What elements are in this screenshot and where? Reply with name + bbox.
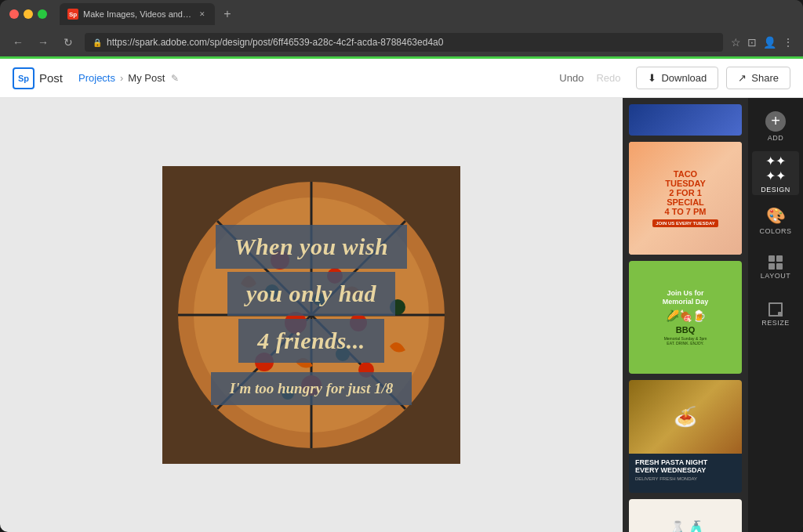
- app-logo: Sp Post: [13, 67, 63, 89]
- profile-icon[interactable]: 👤: [763, 36, 776, 49]
- breadcrumb-edit-icon[interactable]: ✎: [171, 73, 179, 84]
- colors-label: COLORS: [759, 227, 791, 235]
- breadcrumb-current-page: My Post: [128, 72, 165, 84]
- tool-design[interactable]: ✦✦✦✦ DESIGN: [752, 151, 799, 195]
- template-card-taco[interactable]: TACOTUESDAY2 FOR 1SPECIAL4 TO 7 PM JOIN …: [629, 142, 742, 255]
- bbq-title: Join Us forMemorial Day: [663, 289, 709, 306]
- share-icon: ↗: [738, 72, 747, 84]
- post-design[interactable]: When you wish you only had 4 friends... …: [162, 166, 460, 464]
- tool-add[interactable]: + ADD: [752, 104, 799, 148]
- add-label: ADD: [768, 134, 784, 142]
- app-name: Post: [39, 71, 63, 85]
- share-label: Share: [751, 72, 779, 84]
- template-card-top-partial[interactable]: [629, 104, 742, 136]
- refresh-button[interactable]: ↻: [60, 34, 77, 51]
- pasta-title: FRESH PASTA NIGHTEVERY WEDNESDAY: [635, 458, 736, 476]
- tool-colors[interactable]: 🎨 COLORS: [752, 198, 799, 242]
- minimize-button[interactable]: [24, 9, 33, 19]
- design-label: DESIGN: [761, 186, 790, 194]
- breadcrumb: Projects › My Post ✎: [78, 72, 179, 84]
- templates-sidebar: TACOTUESDAY2 FOR 1SPECIAL4 TO 7 PM JOIN …: [623, 98, 748, 532]
- new-tab-button[interactable]: +: [218, 5, 237, 24]
- colors-icon: 🎨: [766, 206, 786, 225]
- template-card-bbq[interactable]: Join Us forMemorial Day 🌽🍖🍺 BBQ Memorial…: [629, 261, 742, 374]
- lock-icon: 🔒: [93, 38, 102, 47]
- back-button[interactable]: ←: [9, 34, 27, 51]
- app-content: Sp Post Projects › My Post ✎ Undo Redo ⬇…: [0, 56, 803, 532]
- address-bar[interactable]: 🔒 https://spark.adobe.com/sp/design/post…: [85, 33, 723, 52]
- breadcrumb-projects-link[interactable]: Projects: [78, 72, 115, 84]
- app-header: Sp Post Projects › My Post ✎ Undo Redo ⬇…: [0, 59, 803, 98]
- post-text-overlay: When you wish you only had 4 friends... …: [162, 166, 460, 464]
- template-card-bottles[interactable]: 🍶🧴: [629, 499, 742, 532]
- add-icon: +: [765, 111, 786, 132]
- taco-cta: JOIN US EVERY TUESDAY: [652, 219, 718, 227]
- templates-scroll-area[interactable]: TACOTUESDAY2 FOR 1SPECIAL4 TO 7 PM JOIN …: [623, 98, 748, 532]
- header-actions: ⬇ Download ↗ Share: [636, 67, 790, 89]
- layout-icon: [768, 255, 783, 270]
- address-actions: ☆ ⊡ 👤 ⋮: [731, 36, 794, 49]
- active-tab[interactable]: Sp Make Images, Videos and Web... ✕: [60, 3, 215, 25]
- text-block-line2[interactable]: you only had: [227, 272, 395, 316]
- text-block-line3[interactable]: 4 friends...: [238, 319, 384, 363]
- browser-titlebar: Sp Make Images, Videos and Web... ✕ +: [0, 0, 803, 28]
- tab-label: Make Images, Videos and Web...: [83, 9, 193, 19]
- text-block-line4[interactable]: I'm too hungry for just 1/8: [211, 372, 412, 405]
- bookmark-icon[interactable]: ☆: [731, 36, 741, 49]
- canvas-area[interactable]: When you wish you only had 4 friends... …: [0, 98, 623, 532]
- bbq-icons: 🌽🍖🍺: [663, 309, 709, 322]
- close-button[interactable]: [9, 9, 19, 19]
- tool-panel: + ADD ✦✦✦✦ DESIGN 🎨 COLORS: [748, 98, 803, 532]
- download-icon: ⬇: [648, 72, 656, 84]
- layout-label: LAYOUT: [761, 272, 790, 280]
- extensions-icon[interactable]: ⊡: [747, 36, 757, 49]
- tool-resize[interactable]: RESIZE: [752, 292, 799, 336]
- redo-button: Redo: [596, 72, 620, 84]
- breadcrumb-separator: ›: [120, 72, 123, 84]
- url-text: https://spark.adobe.com/sp/design/post/6…: [107, 37, 443, 48]
- bbq-cta: Memorial Sunday & 3pmEAT. DRINK. ENJOY.: [663, 336, 709, 346]
- text-block-line1[interactable]: When you wish: [216, 225, 408, 269]
- post-text-line3: 4 friends...: [257, 328, 365, 353]
- menu-icon[interactable]: ⋮: [783, 36, 794, 49]
- download-button[interactable]: ⬇ Download: [636, 67, 718, 89]
- tool-layout[interactable]: LAYOUT: [752, 245, 799, 289]
- bbq-subtitle: BBQ: [663, 325, 709, 335]
- browser-addressbar: ← → ↻ 🔒 https://spark.adobe.com/sp/desig…: [0, 28, 803, 56]
- undo-button[interactable]: Undo: [559, 72, 583, 84]
- edit-history-buttons: Undo Redo: [559, 72, 620, 84]
- resize-icon: [768, 302, 783, 317]
- sp-logo: Sp: [13, 67, 35, 89]
- taco-title: TACOTUESDAY2 FOR 1SPECIAL4 TO 7 PM: [652, 169, 718, 216]
- pasta-text: FRESH PASTA NIGHTEVERY WEDNESDAY DELIVER…: [629, 454, 742, 493]
- forward-button[interactable]: →: [35, 34, 52, 51]
- post-text-line2: you only had: [246, 280, 376, 306]
- resize-label: RESIZE: [761, 319, 790, 327]
- browser-tabs: Sp Make Images, Videos and Web... ✕ +: [60, 3, 794, 25]
- bbq-content: Join Us forMemorial Day 🌽🍖🍺 BBQ Memorial…: [663, 289, 709, 346]
- share-button[interactable]: ↗ Share: [726, 67, 790, 89]
- taco-content: TACOTUESDAY2 FOR 1SPECIAL4 TO 7 PM JOIN …: [652, 169, 718, 227]
- tab-close-button[interactable]: ✕: [198, 9, 207, 19]
- traffic-lights: [9, 9, 47, 19]
- design-icon: ✦✦✦✦: [765, 154, 786, 183]
- pasta-image: 🍝: [629, 380, 742, 454]
- download-label: Download: [661, 72, 707, 84]
- tab-favicon: Sp: [67, 9, 78, 20]
- maximize-button[interactable]: [38, 9, 47, 19]
- browser-window: Sp Make Images, Videos and Web... ✕ + ← …: [0, 0, 803, 532]
- pasta-subtitle: DELIVERY FRESH MONDAY: [635, 476, 736, 481]
- main-layout: When you wish you only had 4 friends... …: [0, 98, 803, 532]
- post-text-line4: I'm too hungry for just 1/8: [230, 380, 394, 396]
- template-card-pasta[interactable]: 🍝 FRESH PASTA NIGHTEVERY WEDNESDAY DELIV…: [629, 380, 742, 493]
- post-text-line1: When you wish: [234, 233, 389, 259]
